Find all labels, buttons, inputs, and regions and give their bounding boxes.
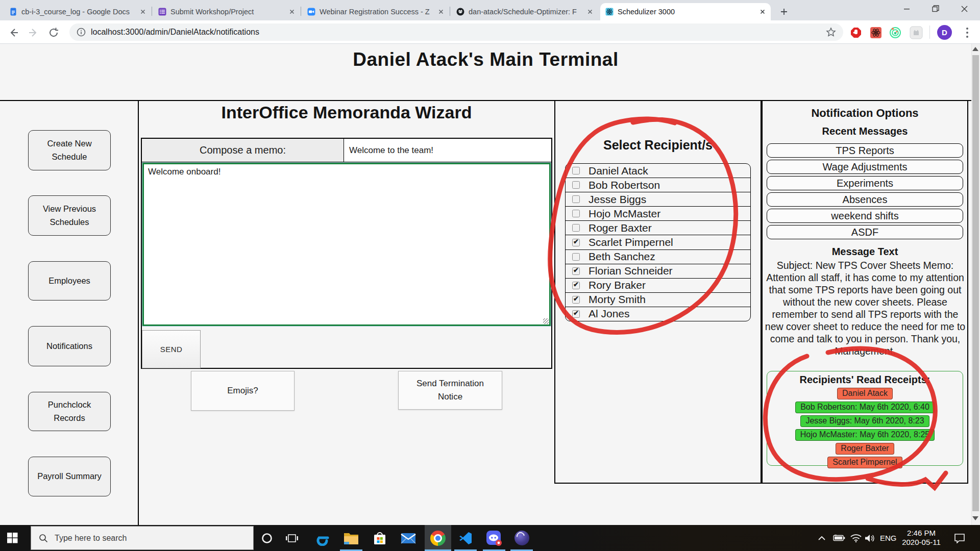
adblock-icon[interactable] — [849, 26, 863, 39]
recipient-checkbox[interactable] — [572, 282, 580, 289]
recipient-row[interactable]: Jesse Biggs — [566, 192, 750, 207]
taskbar-search-input[interactable]: Type here to search — [31, 526, 254, 550]
site-info-icon[interactable] — [77, 28, 86, 37]
tampermonkey-disabled-icon[interactable] — [910, 26, 923, 39]
tab-close-icon[interactable] — [138, 8, 147, 16]
recipient-row[interactable]: Beth Sanchez — [566, 250, 750, 264]
vscode-icon[interactable] — [453, 525, 478, 551]
date-text: 2020-05-11 — [899, 538, 943, 547]
task-view-icon[interactable] — [280, 525, 304, 551]
green-circles-extension-icon[interactable] — [889, 26, 902, 39]
start-button[interactable] — [0, 525, 24, 551]
tab-webinar-zoom[interactable]: Webinar Registration Success - Z — [302, 3, 449, 20]
scrollbar-thumb[interactable] — [972, 55, 979, 511]
window-minimize-button[interactable] — [893, 0, 921, 17]
chevron-up-icon[interactable] — [815, 525, 829, 551]
browser-menu-icon[interactable] — [961, 26, 974, 39]
recipient-name: Rory Braker — [589, 279, 646, 291]
notification-options-title: Notification Options — [763, 107, 967, 120]
recipient-checkbox[interactable] — [572, 167, 580, 174]
recipient-checkbox[interactable] — [572, 181, 580, 189]
wizard-title: InterOffice Memoranda Wizard — [139, 103, 554, 122]
tab-title: Schedulizer 3000 — [618, 8, 755, 16]
edge-icon[interactable] — [310, 525, 335, 551]
tab-close-icon[interactable] — [287, 8, 296, 16]
tab-close-icon[interactable] — [436, 8, 445, 16]
recipient-row[interactable]: Bob Robertson — [566, 178, 750, 192]
sidebar-item-payroll[interactable]: Payroll Summary — [28, 457, 111, 496]
ball-app-icon[interactable] — [509, 525, 534, 551]
recipient-checkbox[interactable] — [572, 310, 580, 318]
address-bar[interactable]: localhost:3000/admin/DanielAtack/notific… — [69, 23, 843, 41]
sidebar-item-create-schedule[interactable]: Create New Schedule — [28, 130, 111, 170]
new-tab-button[interactable] — [777, 5, 791, 19]
tab-close-icon[interactable] — [758, 8, 767, 16]
react-devtools-icon[interactable] — [869, 26, 883, 39]
search-placeholder: Type here to search — [55, 534, 127, 543]
browser-tab-strip: cb-i-3_course_log - Google Docs Submit W… — [0, 0, 980, 20]
recipient-row[interactable]: Scarlet Pimpernel — [566, 235, 750, 249]
url-text[interactable]: localhost:3000/admin/DanielAtack/notific… — [91, 28, 259, 37]
recipient-checkbox[interactable] — [572, 210, 580, 217]
profile-avatar[interactable]: D — [937, 25, 952, 40]
recent-message-tps-reports[interactable]: TPS Reports — [767, 143, 963, 158]
recent-message-wage-adjustments[interactable]: Wage Adjustments — [767, 160, 963, 174]
tab-github[interactable]: dan-atack/Schedule-Optimizer: F — [451, 3, 598, 20]
message-text-body: Subject: New TPS Cover Sheets Memo: Atte… — [765, 259, 966, 357]
recipient-checkbox[interactable] — [572, 239, 580, 246]
memo-subject-value: Welcome to the team! — [349, 145, 433, 156]
recent-message-weekend-shifts[interactable]: weekend shifts — [767, 209, 963, 223]
emojis-button[interactable]: Emojis? — [191, 371, 295, 411]
store-icon[interactable] — [368, 525, 392, 551]
forms-icon — [158, 8, 166, 16]
sidebar-item-notifications[interactable]: Notifications — [28, 326, 111, 366]
recipient-row[interactable]: Hojo McMaster — [566, 207, 750, 221]
tab-google-docs[interactable]: cb-i-3_course_log - Google Docs — [4, 3, 151, 20]
send-button[interactable]: SEND — [142, 330, 201, 368]
recipient-checkbox[interactable] — [572, 195, 580, 203]
language-indicator[interactable]: ENG — [880, 534, 897, 542]
recipient-row[interactable]: Florian Schneider — [566, 264, 750, 279]
recipient-row[interactable]: Roger Baxter — [566, 221, 750, 235]
sidebar-item-view-schedules[interactable]: View Previous Schedules — [28, 195, 111, 236]
recipient-row[interactable]: Rory Braker — [566, 279, 750, 293]
memo-subject-input[interactable]: Welcome to the team! — [344, 139, 551, 162]
sidebar-item-punchclock[interactable]: Punchclock Records — [28, 392, 111, 431]
chrome-icon[interactable] — [425, 525, 451, 551]
send-termination-button[interactable]: Send Termination Notice — [398, 371, 502, 410]
sidebar-item-employees[interactable]: Employees — [28, 261, 111, 300]
recent-message-experiments[interactable]: Experiments — [767, 176, 963, 190]
window-close-button[interactable] — [950, 0, 978, 17]
recipient-row[interactable]: Al Jones — [566, 307, 750, 321]
file-explorer-icon[interactable] — [339, 525, 363, 551]
tab-schedulizer-active[interactable]: Schedulizer 3000 — [600, 3, 771, 20]
refresh-icon[interactable] — [47, 26, 60, 39]
recipient-checkbox[interactable] — [572, 224, 580, 232]
battery-icon[interactable] — [831, 525, 847, 551]
cortana-icon[interactable] — [255, 525, 279, 551]
recent-message-asdf[interactable]: ASDF — [767, 225, 963, 239]
volume-icon[interactable] — [862, 525, 879, 551]
recipient-name: Daniel Atack — [589, 165, 648, 177]
recipient-row[interactable]: Morty Smith — [566, 293, 750, 307]
tab-submit-workshop[interactable]: Submit Workshop/Project — [153, 3, 300, 20]
recipient-checkbox[interactable] — [572, 253, 580, 261]
back-icon[interactable] — [7, 26, 20, 39]
action-center-icon[interactable] — [950, 525, 969, 551]
tab-title: Webinar Registration Success - Z — [320, 8, 433, 16]
recipient-checkbox[interactable] — [572, 296, 580, 304]
scrollbar-down-icon[interactable] — [972, 516, 978, 520]
bookmark-star-icon[interactable] — [826, 27, 836, 37]
recent-message-absences[interactable]: Absences — [767, 192, 963, 207]
window-restore-button[interactable] — [921, 0, 950, 17]
scrollbar-up-icon[interactable] — [972, 47, 978, 51]
recipient-checkbox[interactable] — [572, 267, 580, 275]
tab-separator — [301, 7, 301, 16]
discord-icon[interactable] — [482, 525, 506, 551]
tab-close-icon[interactable] — [585, 8, 594, 16]
forward-icon[interactable] — [27, 26, 40, 39]
clock[interactable]: 2:46 PM 2020-05-11 — [899, 529, 943, 547]
recipient-row[interactable]: Daniel Atack — [566, 164, 750, 178]
memo-body-textarea[interactable]: Welcome onboard! — [142, 163, 551, 326]
mail-icon[interactable] — [396, 525, 421, 551]
